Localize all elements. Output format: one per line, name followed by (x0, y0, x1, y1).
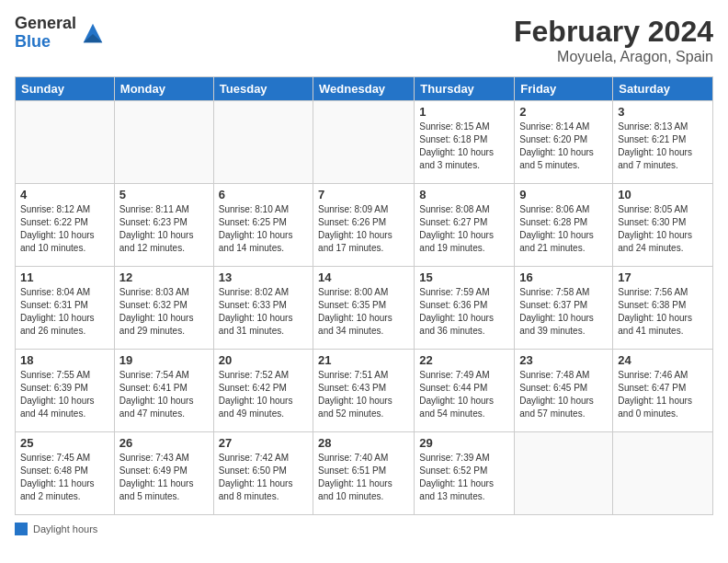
day-info: Sunrise: 7:45 AM Sunset: 6:48 PM Dayligh… (20, 452, 109, 503)
day-number: 8 (419, 188, 509, 201)
day-info: Sunrise: 7:54 AM Sunset: 6:41 PM Dayligh… (119, 369, 209, 420)
calendar-cell: 29Sunrise: 7:39 AM Sunset: 6:52 PM Dayli… (415, 432, 515, 515)
day-info: Sunrise: 7:59 AM Sunset: 6:36 PM Dayligh… (419, 286, 509, 338)
day-info: Sunrise: 8:12 AM Sunset: 6:22 PM Dayligh… (20, 203, 109, 255)
day-number: 12 (119, 270, 209, 284)
day-number: 21 (318, 353, 409, 367)
day-number: 22 (419, 353, 509, 367)
calendar-cell: 13Sunrise: 8:02 AM Sunset: 6:33 PM Dayli… (213, 267, 313, 350)
calendar-cell: 8Sunrise: 8:08 AM Sunset: 6:27 PM Daylig… (415, 184, 515, 267)
day-info: Sunrise: 7:39 AM Sunset: 6:52 PM Dayligh… (419, 452, 509, 503)
calendar-cell: 18Sunrise: 7:55 AM Sunset: 6:39 PM Dayli… (16, 350, 115, 432)
day-info: Sunrise: 8:03 AM Sunset: 6:32 PM Dayligh… (119, 286, 209, 338)
calendar-header-friday: Friday (515, 77, 613, 101)
calendar-week-row: 11Sunrise: 8:04 AM Sunset: 6:31 PM Dayli… (16, 267, 713, 350)
day-info: Sunrise: 7:46 AM Sunset: 6:47 PM Dayligh… (618, 369, 708, 420)
day-number: 4 (20, 188, 109, 201)
location-subtitle: Moyuela, Aragon, Spain (514, 49, 713, 65)
calendar-cell: 3Sunrise: 8:13 AM Sunset: 6:21 PM Daylig… (613, 101, 713, 184)
month-title: February 2024 (514, 15, 713, 49)
day-number: 11 (20, 270, 109, 284)
calendar-header-saturday: Saturday (613, 77, 713, 101)
day-number: 17 (618, 270, 708, 284)
day-number: 18 (20, 353, 109, 367)
calendar-cell (16, 101, 115, 184)
day-info: Sunrise: 8:08 AM Sunset: 6:27 PM Dayligh… (419, 203, 509, 255)
calendar-cell: 19Sunrise: 7:54 AM Sunset: 6:41 PM Dayli… (114, 350, 213, 432)
title-block: February 2024 Moyuela, Aragon, Spain (514, 15, 713, 65)
calendar-cell (213, 101, 313, 184)
calendar-table: SundayMondayTuesdayWednesdayThursdayFrid… (15, 76, 713, 515)
day-info: Sunrise: 8:10 AM Sunset: 6:25 PM Dayligh… (219, 203, 308, 255)
day-number: 20 (219, 353, 308, 367)
day-info: Sunrise: 8:11 AM Sunset: 6:23 PM Dayligh… (119, 203, 209, 255)
day-number: 16 (519, 270, 608, 284)
day-info: Sunrise: 7:56 AM Sunset: 6:38 PM Dayligh… (618, 286, 708, 338)
calendar-cell: 14Sunrise: 8:00 AM Sunset: 6:35 PM Dayli… (313, 267, 415, 350)
day-number: 24 (618, 353, 708, 367)
day-number: 29 (419, 436, 509, 450)
day-info: Sunrise: 8:14 AM Sunset: 6:20 PM Dayligh… (519, 121, 608, 172)
logo-icon (80, 20, 106, 46)
logo-general-text: General (15, 15, 76, 33)
calendar-cell: 28Sunrise: 7:40 AM Sunset: 6:51 PM Dayli… (313, 432, 415, 515)
calendar-cell: 23Sunrise: 7:48 AM Sunset: 6:45 PM Dayli… (515, 350, 613, 432)
calendar-cell: 12Sunrise: 8:03 AM Sunset: 6:32 PM Dayli… (114, 267, 213, 350)
calendar-cell: 24Sunrise: 7:46 AM Sunset: 6:47 PM Dayli… (613, 350, 713, 432)
calendar-header-thursday: Thursday (415, 77, 515, 101)
calendar-cell: 27Sunrise: 7:42 AM Sunset: 6:50 PM Dayli… (213, 432, 313, 515)
calendar-cell: 25Sunrise: 7:45 AM Sunset: 6:48 PM Dayli… (16, 432, 115, 515)
day-number: 23 (519, 353, 608, 367)
day-number: 19 (119, 353, 209, 367)
calendar-cell: 7Sunrise: 8:09 AM Sunset: 6:26 PM Daylig… (313, 184, 415, 267)
day-info: Sunrise: 8:04 AM Sunset: 6:31 PM Dayligh… (20, 286, 109, 338)
day-info: Sunrise: 8:02 AM Sunset: 6:33 PM Dayligh… (219, 286, 308, 338)
footer: Daylight hours (15, 523, 713, 535)
calendar-week-row: 25Sunrise: 7:45 AM Sunset: 6:48 PM Dayli… (16, 432, 713, 515)
day-number: 7 (318, 188, 409, 201)
calendar-header-monday: Monday (114, 77, 213, 101)
calendar-week-row: 18Sunrise: 7:55 AM Sunset: 6:39 PM Dayli… (16, 350, 713, 432)
calendar-cell (515, 432, 613, 515)
calendar-cell: 20Sunrise: 7:52 AM Sunset: 6:42 PM Dayli… (213, 350, 313, 432)
calendar-cell: 21Sunrise: 7:51 AM Sunset: 6:43 PM Dayli… (313, 350, 415, 432)
day-info: Sunrise: 8:05 AM Sunset: 6:30 PM Dayligh… (618, 203, 708, 255)
day-info: Sunrise: 7:58 AM Sunset: 6:37 PM Dayligh… (519, 286, 608, 338)
day-info: Sunrise: 8:15 AM Sunset: 6:18 PM Dayligh… (419, 121, 509, 172)
calendar-cell: 1Sunrise: 8:15 AM Sunset: 6:18 PM Daylig… (415, 101, 515, 184)
logo: General Blue (15, 15, 106, 52)
calendar-cell (613, 432, 713, 515)
day-number: 10 (618, 188, 708, 201)
day-info: Sunrise: 7:55 AM Sunset: 6:39 PM Dayligh… (20, 369, 109, 420)
day-info: Sunrise: 7:51 AM Sunset: 6:43 PM Dayligh… (318, 369, 409, 420)
day-number: 5 (119, 188, 209, 201)
calendar-header-sunday: Sunday (16, 77, 115, 101)
day-number: 14 (318, 270, 409, 284)
calendar-week-row: 1Sunrise: 8:15 AM Sunset: 6:18 PM Daylig… (16, 101, 713, 184)
logo-blue-text: Blue (15, 33, 76, 52)
day-info: Sunrise: 7:52 AM Sunset: 6:42 PM Dayligh… (219, 369, 308, 420)
day-number: 9 (519, 188, 608, 201)
day-info: Sunrise: 8:00 AM Sunset: 6:35 PM Dayligh… (318, 286, 409, 338)
day-info: Sunrise: 7:49 AM Sunset: 6:44 PM Dayligh… (419, 369, 509, 420)
calendar-cell: 16Sunrise: 7:58 AM Sunset: 6:37 PM Dayli… (515, 267, 613, 350)
calendar-cell: 9Sunrise: 8:06 AM Sunset: 6:28 PM Daylig… (515, 184, 613, 267)
day-number: 6 (219, 188, 308, 201)
day-info: Sunrise: 8:06 AM Sunset: 6:28 PM Dayligh… (519, 203, 608, 255)
day-info: Sunrise: 7:48 AM Sunset: 6:45 PM Dayligh… (519, 369, 608, 420)
calendar-cell (114, 101, 213, 184)
calendar-header-wednesday: Wednesday (313, 77, 415, 101)
calendar-cell: 22Sunrise: 7:49 AM Sunset: 6:44 PM Dayli… (415, 350, 515, 432)
calendar-cell (313, 101, 415, 184)
calendar-cell: 17Sunrise: 7:56 AM Sunset: 6:38 PM Dayli… (613, 267, 713, 350)
legend-label: Daylight hours (33, 523, 97, 534)
legend-color-box (15, 523, 28, 535)
day-number: 3 (618, 105, 708, 119)
day-number: 27 (219, 436, 308, 450)
day-number: 1 (419, 105, 509, 119)
calendar-header-tuesday: Tuesday (213, 77, 313, 101)
header: General Blue February 2024 Moyuela, Arag… (15, 15, 713, 65)
calendar-cell: 26Sunrise: 7:43 AM Sunset: 6:49 PM Dayli… (114, 432, 213, 515)
day-number: 15 (419, 270, 509, 284)
calendar-cell: 15Sunrise: 7:59 AM Sunset: 6:36 PM Dayli… (415, 267, 515, 350)
